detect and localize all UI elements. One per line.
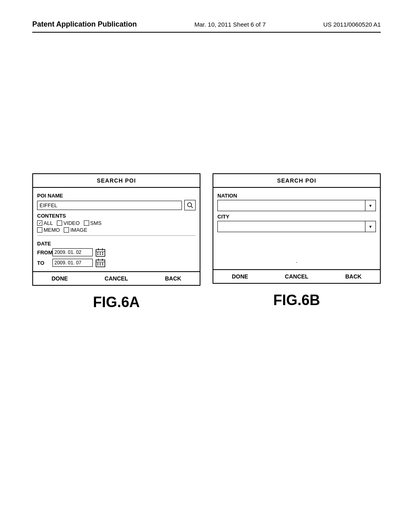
- svg-rect-16: [97, 263, 98, 264]
- calendar-svg-from: [96, 248, 105, 257]
- checkbox-video[interactable]: VIDEO: [57, 220, 79, 226]
- contents-label: CONTENTS: [37, 213, 196, 219]
- to-row: TO: [37, 258, 196, 267]
- svg-rect-17: [100, 263, 101, 264]
- figure-6b-label: FIG.6B: [273, 292, 320, 309]
- checkbox-all-label: ALL: [44, 220, 53, 226]
- nation-dropdown-row: ▼: [217, 200, 376, 211]
- dot-separator: ·: [296, 259, 298, 265]
- date-label: DATE: [37, 241, 196, 247]
- dialog-6b: SEARCH POI NATION ▼ CITY ▼ ·: [213, 173, 381, 284]
- search-button[interactable]: [184, 200, 196, 210]
- checkbox-sms[interactable]: SMS: [84, 220, 102, 226]
- cancel-button-6b[interactable]: CANCEL: [282, 272, 311, 281]
- svg-line-1: [191, 206, 193, 208]
- checkbox-all-box[interactable]: ✓: [37, 220, 42, 226]
- poi-name-field-row: [37, 200, 196, 210]
- date-section: DATE FROM: [37, 235, 196, 267]
- dialog-6a-footer: DONE CANCEL BACK: [33, 271, 200, 285]
- from-date-input[interactable]: [52, 248, 93, 256]
- checkbox-image-label: IMAGE: [70, 227, 87, 233]
- checkbox-image-box[interactable]: [64, 227, 69, 233]
- checkbox-sms-label: SMS: [90, 220, 102, 226]
- svg-rect-9: [97, 254, 98, 255]
- back-button-6b[interactable]: BACK: [342, 272, 365, 281]
- checkbox-row-1: ✓ ALL VIDEO SMS: [37, 220, 196, 226]
- figure-6a-label: FIG.6A: [93, 294, 140, 311]
- dialog-6b-body: NATION ▼ CITY ▼ ·: [213, 188, 380, 269]
- nation-dropdown-arrow[interactable]: ▼: [365, 200, 376, 211]
- svg-rect-10: [100, 254, 101, 255]
- from-calendar-icon[interactable]: [95, 248, 106, 257]
- dialog-6a: SEARCH POI POI NAME CONTENTS: [32, 173, 200, 286]
- city-dropdown-row: ▼: [217, 221, 376, 232]
- done-button-6a[interactable]: DONE: [48, 274, 71, 283]
- nation-label: NATION: [217, 193, 376, 199]
- calendar-svg-to: [96, 258, 105, 267]
- svg-point-0: [188, 203, 192, 207]
- dialog-6b-title: SEARCH POI: [213, 174, 380, 188]
- svg-rect-11: [102, 254, 103, 255]
- poi-name-input[interactable]: [37, 201, 182, 210]
- header-date-sheet: Mar. 10, 2011 Sheet 6 of 7: [194, 21, 266, 28]
- svg-rect-21: [102, 264, 103, 265]
- figure-6a: SEARCH POI POI NAME CONTENTS: [32, 173, 200, 311]
- city-dropdown-arrow[interactable]: ▼: [365, 221, 376, 232]
- figure-6b: SEARCH POI NATION ▼ CITY ▼ ·: [213, 173, 381, 311]
- back-button-6a[interactable]: BACK: [162, 274, 184, 283]
- checkbox-video-label: VIDEO: [63, 220, 79, 226]
- search-icon: [186, 202, 194, 209]
- checkbox-all[interactable]: ✓ ALL: [37, 220, 53, 226]
- figures-container: SEARCH POI POI NAME CONTENTS: [32, 173, 381, 311]
- svg-rect-7: [100, 252, 101, 253]
- city-input[interactable]: [217, 221, 365, 232]
- svg-rect-19: [97, 264, 98, 265]
- svg-rect-8: [102, 252, 103, 253]
- svg-rect-6: [97, 252, 98, 253]
- to-label: TO: [37, 260, 50, 266]
- checkbox-sms-box[interactable]: [84, 220, 89, 226]
- header-title: Patent Application Publication: [32, 20, 137, 29]
- city-label: CITY: [217, 214, 376, 220]
- checkbox-row-2: MEMO IMAGE: [37, 227, 196, 233]
- header-patent-number: US 2011/0060520 A1: [323, 21, 381, 28]
- to-calendar-icon[interactable]: [95, 258, 106, 267]
- cancel-button-6a[interactable]: CANCEL: [101, 274, 131, 283]
- checkbox-video-box[interactable]: [57, 220, 62, 226]
- from-label: FROM: [37, 249, 50, 256]
- nation-input[interactable]: [217, 200, 365, 211]
- checkbox-memo-box[interactable]: [37, 227, 42, 233]
- page-header: Patent Application Publication Mar. 10, …: [32, 20, 381, 33]
- dialog-6b-footer: DONE CANCEL BACK: [213, 269, 380, 283]
- dialog-6a-body: POI NAME CONTENTS ✓ ALL: [33, 188, 200, 271]
- dialog-6a-title: SEARCH POI: [33, 174, 200, 188]
- to-date-input[interactable]: [52, 259, 93, 267]
- svg-rect-20: [100, 264, 101, 265]
- from-row: FROM: [37, 248, 196, 257]
- poi-name-label: POI NAME: [37, 193, 196, 199]
- checkbox-memo-label: MEMO: [44, 227, 60, 233]
- checkbox-memo[interactable]: MEMO: [37, 227, 60, 233]
- done-button-6b[interactable]: DONE: [229, 272, 251, 281]
- checkbox-image[interactable]: IMAGE: [64, 227, 87, 233]
- svg-rect-18: [102, 263, 103, 264]
